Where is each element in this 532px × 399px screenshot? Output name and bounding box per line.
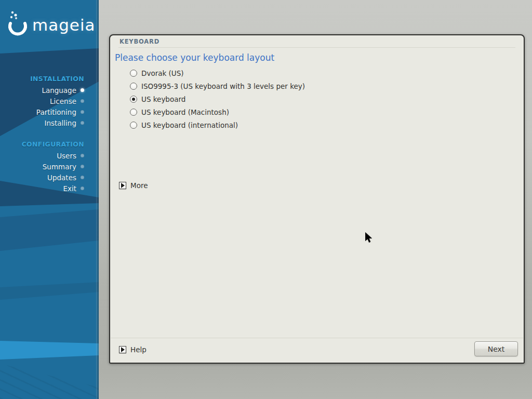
step-bullet (81, 121, 84, 125)
mageia-wordmark: mageia (32, 16, 96, 34)
step-bullet (81, 165, 84, 168)
step-bullet (81, 187, 84, 190)
header-separator (118, 47, 515, 48)
installer-sidebar: mageia INSTALLATION Language License Par… (0, 0, 99, 399)
sidebar-step-partitioning[interactable]: Partitioning (0, 107, 99, 117)
sidebar-step-language[interactable]: Language (0, 85, 99, 96)
expander-arrow-icon (119, 346, 126, 353)
radio-indicator (130, 70, 137, 77)
step-bullet (81, 176, 84, 179)
sidebar-step-installing[interactable]: Installing (0, 117, 99, 128)
keyboard-layout-list: Dvorak (US) ISO9995-3 (US keyboard with … (130, 66, 305, 131)
keyboard-dialog: KEYBOARD Please choose your keyboard lay… (109, 34, 525, 364)
sidebar-step-exit[interactable]: Exit (0, 183, 99, 194)
section-title-configuration: CONFIGURATION (1, 140, 84, 148)
step-bullet (81, 110, 84, 114)
dialog-step-header: KEYBOARD (119, 38, 159, 45)
expander-arrow-icon (119, 182, 126, 189)
radio-option-us-keyboard[interactable]: US keyboard (130, 92, 305, 105)
radio-option-us-keyboard-macintosh[interactable]: US keyboard (Macintosh) (130, 105, 305, 118)
mageia-logo: mageia (5, 9, 99, 41)
step-bullet (81, 154, 84, 157)
section-title-installation: INSTALLATION (1, 75, 84, 83)
step-bullet (81, 88, 84, 92)
radio-option-iso9995-3[interactable]: ISO9995-3 (US keyboard with 3 levels per… (130, 79, 305, 92)
radio-indicator (130, 83, 137, 90)
radio-indicator (130, 96, 137, 103)
sidebar-step-license[interactable]: License (0, 96, 99, 107)
sidebar-step-users[interactable]: Users (0, 150, 99, 161)
radio-option-dvorak-us[interactable]: Dvorak (US) (130, 66, 305, 79)
help-button[interactable]: Help (119, 345, 147, 354)
sidebar-step-summary[interactable]: Summary (0, 161, 99, 172)
more-button[interactable]: More (119, 181, 148, 190)
radio-indicator (130, 122, 137, 129)
dialog-title: Please choose your keyboard layout (115, 52, 274, 63)
mageia-cauldron-icon (5, 10, 30, 40)
sidebar-step-updates[interactable]: Updates (0, 172, 99, 183)
radio-indicator (130, 109, 137, 116)
radio-option-us-keyboard-international[interactable]: US keyboard (international) (130, 118, 305, 131)
step-bullet (81, 99, 84, 103)
footer-separator (111, 338, 523, 338)
next-button[interactable]: Next (474, 341, 518, 356)
